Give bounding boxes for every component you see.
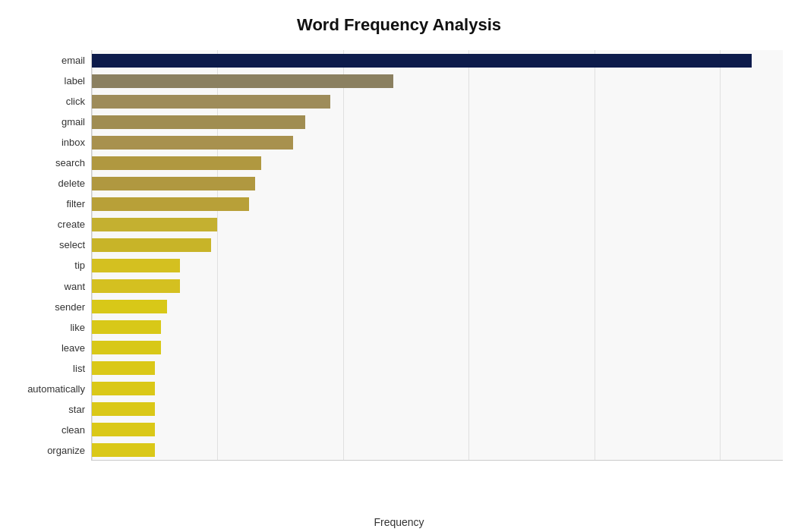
y-label-tip: tip bbox=[74, 256, 85, 275]
y-label-filter: filter bbox=[66, 194, 85, 214]
chart-container: Word Frequency Analysis emaillabelclickg… bbox=[0, 0, 798, 532]
y-label-leave: leave bbox=[62, 338, 85, 357]
bar-row-select bbox=[92, 235, 783, 255]
bar-row-leave bbox=[92, 338, 783, 357]
bar-gmail bbox=[92, 115, 305, 129]
bar-row-clean bbox=[92, 420, 783, 439]
bar-like bbox=[92, 320, 161, 334]
bar-list bbox=[92, 361, 155, 375]
y-label-like: like bbox=[70, 317, 85, 337]
bar-row-email bbox=[92, 51, 783, 71]
y-axis: emaillabelclickgmailinboxsearchdeletefil… bbox=[15, 50, 91, 461]
plot-area bbox=[91, 50, 783, 461]
bar-row-gmail bbox=[92, 112, 783, 132]
x-axis-label: Frequency bbox=[374, 516, 424, 528]
y-label-label: label bbox=[65, 71, 85, 91]
bar-row-inbox bbox=[92, 133, 783, 153]
y-label-sender: sender bbox=[55, 297, 85, 316]
bar-row-delete bbox=[92, 174, 783, 194]
bar-row-sender bbox=[92, 297, 783, 316]
bar-tip bbox=[92, 259, 180, 272]
bar-automatically bbox=[92, 382, 155, 395]
y-label-want: want bbox=[65, 276, 85, 296]
bar-star bbox=[92, 402, 155, 416]
y-label-list: list bbox=[73, 358, 85, 378]
y-label-inbox: inbox bbox=[62, 133, 85, 153]
bar-row-filter bbox=[92, 194, 783, 214]
y-label-select: select bbox=[59, 235, 85, 255]
bar-clean bbox=[92, 423, 155, 436]
bar-row-organize bbox=[92, 440, 783, 460]
y-label-search: search bbox=[55, 153, 85, 173]
y-label-star: star bbox=[68, 399, 85, 419]
y-label-email: email bbox=[62, 51, 85, 71]
y-label-create: create bbox=[58, 215, 85, 235]
bar-row-tip bbox=[92, 256, 783, 275]
bar-label bbox=[92, 74, 393, 88]
bar-row-automatically bbox=[92, 379, 783, 398]
bar-email bbox=[92, 54, 752, 68]
bar-want bbox=[92, 279, 180, 293]
bar-create bbox=[92, 218, 217, 231]
bar-search bbox=[92, 156, 261, 170]
y-label-delete: delete bbox=[58, 174, 85, 194]
chart-area: emaillabelclickgmailinboxsearchdeletefil… bbox=[15, 50, 783, 461]
y-label-automatically: automatically bbox=[27, 379, 85, 398]
y-label-clean: clean bbox=[62, 420, 85, 439]
bar-row-want bbox=[92, 276, 783, 296]
bar-select bbox=[92, 238, 211, 252]
bar-row-click bbox=[92, 92, 783, 112]
bar-click bbox=[92, 95, 330, 109]
y-label-gmail: gmail bbox=[62, 112, 85, 132]
bar-filter bbox=[92, 197, 249, 211]
bar-delete bbox=[92, 177, 255, 190]
bar-row-star bbox=[92, 399, 783, 419]
bar-row-create bbox=[92, 215, 783, 235]
bar-row-list bbox=[92, 358, 783, 378]
bar-organize bbox=[92, 443, 155, 457]
bar-row-label bbox=[92, 71, 783, 91]
bar-row-search bbox=[92, 153, 783, 173]
y-label-organize: organize bbox=[47, 440, 85, 460]
bar-inbox bbox=[92, 136, 293, 150]
bar-leave bbox=[92, 341, 161, 354]
chart-title: Word Frequency Analysis bbox=[15, 15, 783, 35]
bar-sender bbox=[92, 300, 167, 313]
bar-row-like bbox=[92, 317, 783, 337]
y-label-click: click bbox=[66, 92, 85, 112]
